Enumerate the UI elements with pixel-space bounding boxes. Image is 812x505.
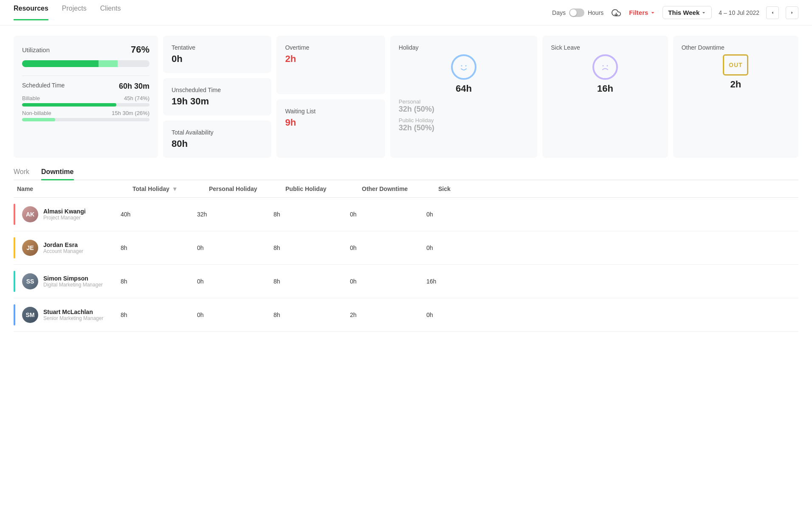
row-name-wrap: SM Stuart McLachlan Senior Marketing Man… [19, 307, 121, 323]
row-name-wrap: SS Simon Simpson Digital Marketing Manag… [19, 273, 121, 289]
prev-week-button[interactable] [766, 6, 779, 19]
personal-value: 32h (50%) [399, 105, 529, 114]
svg-point-4 [606, 65, 608, 67]
out-sign-icon: OUT [723, 54, 748, 76]
cell-public-holiday: 8h [273, 211, 350, 218]
billable-value: 45h (74%) [124, 95, 149, 101]
view-tabs: Work Downtime [14, 168, 798, 180]
table-row: AK Almasi Kwangi Project Manager 40h 32h… [14, 198, 798, 231]
days-hours-toggle-wrap: Days Hours [552, 8, 603, 17]
toggle-knob [570, 9, 577, 16]
col-total-holiday-header[interactable]: Total Holiday ▼ [133, 185, 209, 192]
utilization-label: Utilization [22, 46, 50, 53]
row-info: Stuart McLachlan Senior Marketing Manage… [43, 309, 103, 321]
table-row: JE Jordan Esra Account Manager 8h 0h 8h … [14, 231, 798, 265]
nav-tab-clients[interactable]: Clients [100, 5, 121, 20]
sort-icon: ▼ [172, 185, 178, 192]
top-nav: Resources Projects Clients Days Hours Fi… [0, 0, 812, 25]
unscheduled-card: Unscheduled Time 19h 30m [163, 78, 271, 115]
svg-point-1 [461, 65, 462, 67]
overtime-value: 2h [285, 53, 376, 65]
waiting-list-label: Waiting List [285, 108, 376, 115]
billable-fill [22, 103, 116, 107]
holiday-card: Holiday 64h Personal 32h (50%) Publ [390, 36, 537, 158]
row-name-wrap: AK Almasi Kwangi Project Manager [19, 206, 121, 222]
other-downtime-label: Other Downtime [682, 44, 790, 51]
cell-other-downtime: 2h [350, 311, 426, 318]
cell-other-downtime: 0h [350, 244, 426, 251]
table-header: Name Total Holiday ▼ Personal Holiday Pu… [14, 180, 798, 198]
utilization-value: 76% [131, 44, 149, 55]
week-selector[interactable]: This Week [663, 6, 712, 19]
avatar: SS [22, 273, 38, 289]
waiting-list-value: 9h [285, 117, 376, 128]
row-info: Jordan Esra Account Manager [43, 241, 83, 254]
row-info: Almasi Kwangi Project Manager [43, 208, 86, 221]
total-availability-card: Total Availability 80h [163, 121, 271, 158]
cell-personal-holiday: 32h [197, 211, 273, 218]
col-other-header: Other Downtime [362, 185, 438, 192]
total-availability-label: Total Availability [172, 129, 263, 136]
tentative-value: 0h [172, 53, 263, 65]
sick-leave-card: Sick Leave 16h [542, 36, 668, 158]
nonbillable-label: Non-billable [22, 110, 51, 116]
row-person-name: Simon Simpson [43, 275, 103, 282]
tab-downtime[interactable]: Downtime [41, 168, 73, 180]
row-color-indicator [14, 271, 15, 292]
utilization-card: Utilization 76% Scheduled Time 60h 30m B… [14, 36, 158, 158]
cell-personal-holiday: 0h [197, 278, 273, 285]
date-range: 4 – 10 Jul 2022 [719, 9, 759, 16]
other-downtime-icon-wrap: OUT 2h [682, 54, 790, 90]
stats-row: Utilization 76% Scheduled Time 60h 30m B… [14, 36, 798, 158]
nav-tabs: Resources Projects Clients [14, 5, 121, 20]
svg-point-3 [602, 65, 603, 67]
download-icon[interactable] [610, 7, 622, 19]
waiting-list-card: Waiting List 9h [276, 99, 385, 158]
row-person-role: Senior Marketing Manager [43, 315, 103, 321]
other-downtime-card: Other Downtime OUT 2h [673, 36, 798, 158]
col-sick-header: Sick [438, 185, 489, 192]
cell-personal-holiday: 0h [197, 244, 273, 251]
cell-other-downtime: 0h [350, 211, 426, 218]
tentative-label: Tentative [172, 44, 263, 51]
nonbillable-fill [22, 118, 55, 121]
col-name-header: Name [14, 185, 133, 192]
avatar: AK [22, 206, 38, 222]
row-person-role: Project Manager [43, 215, 86, 221]
tab-work[interactable]: Work [14, 168, 29, 180]
row-info: Simon Simpson Digital Marketing Manager [43, 275, 103, 288]
svg-point-2 [465, 65, 467, 67]
filters-button[interactable]: Filters [629, 9, 656, 16]
row-color-indicator [14, 237, 15, 258]
holiday-value: 64h [399, 83, 529, 94]
progress-light [99, 60, 118, 67]
row-person-role: Digital Marketing Manager [43, 282, 103, 288]
col-personal-header: Personal Holiday [209, 185, 285, 192]
nav-tab-projects[interactable]: Projects [62, 5, 87, 20]
left-stats-column: Tentative 0h Unscheduled Time 19h 30m To… [163, 36, 271, 158]
nonbillable-value: 15h 30m (26%) [112, 110, 149, 116]
billable-bar [22, 103, 149, 107]
sick-leave-value: 16h [551, 83, 659, 94]
sick-leave-label: Sick Leave [551, 44, 659, 51]
cell-sick: 0h [426, 244, 477, 251]
other-downtime-value: 2h [682, 79, 790, 90]
row-person-name: Jordan Esra [43, 241, 83, 248]
table-row: SM Stuart McLachlan Senior Marketing Man… [14, 298, 798, 332]
total-availability-value: 80h [172, 138, 263, 149]
row-color-indicator [14, 204, 15, 225]
days-label: Days [552, 9, 566, 16]
scheduled-label: Scheduled Time [22, 82, 65, 91]
next-week-button[interactable] [786, 6, 798, 19]
sad-circle [592, 54, 618, 80]
nav-tab-resources[interactable]: Resources [14, 5, 48, 20]
public-holiday-label: Public Holiday [399, 117, 529, 123]
cell-public-holiday: 8h [273, 311, 350, 318]
holiday-breakdown: Personal 32h (50%) Public Holiday 32h (5… [399, 98, 529, 132]
unscheduled-label: Unscheduled Time [172, 87, 263, 93]
public-holiday-value: 32h (50%) [399, 123, 529, 132]
cell-total-holiday: 8h [121, 244, 197, 251]
days-hours-toggle[interactable] [569, 8, 584, 17]
cell-sick: 16h [426, 278, 477, 285]
cell-total-holiday: 8h [121, 278, 197, 285]
